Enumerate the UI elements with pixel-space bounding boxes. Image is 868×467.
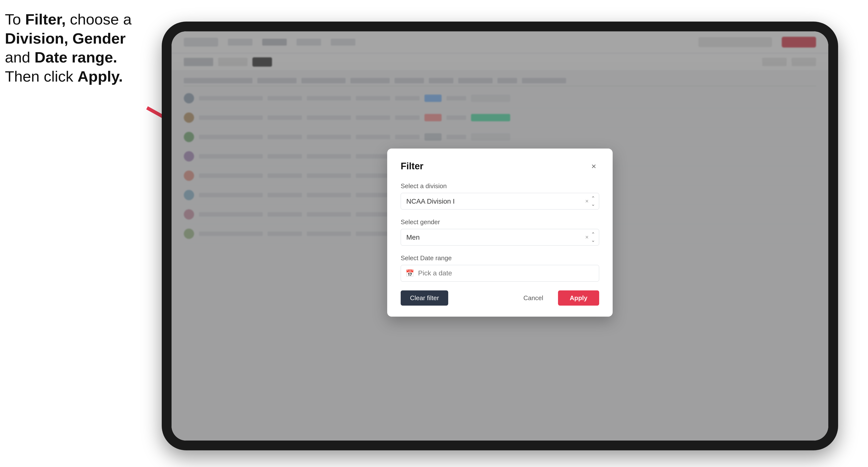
modal-header: Filter × bbox=[401, 161, 599, 172]
gender-select-wrapper: Men Women Co-ed × ⌃⌄ bbox=[401, 229, 599, 246]
division-select-controls: × ⌃⌄ bbox=[585, 195, 595, 207]
gender-arrow-icon: ⌃⌄ bbox=[591, 231, 595, 243]
division-select-wrapper: NCAA Division I NCAA Division II NCAA Di… bbox=[401, 193, 599, 210]
clear-filter-button[interactable]: Clear filter bbox=[401, 290, 448, 306]
modal-footer: Clear filter Cancel Apply bbox=[401, 290, 599, 306]
instruction-bold2: Division, Gender bbox=[5, 30, 126, 47]
division-select[interactable]: NCAA Division I NCAA Division II NCAA Di… bbox=[401, 193, 599, 210]
apply-button[interactable]: Apply bbox=[558, 290, 599, 306]
date-label: Select Date range bbox=[401, 254, 599, 262]
gender-select-controls: × ⌃⌄ bbox=[585, 231, 595, 243]
date-form-group: Select Date range 📅 bbox=[401, 254, 599, 282]
tablet-screen: Filter × Select a division NCAA Division… bbox=[172, 31, 828, 440]
instruction-line1: To Filter, choose a bbox=[5, 11, 132, 28]
instruction-line4: Then click Apply. bbox=[5, 68, 123, 85]
instruction-bold1: Filter, bbox=[25, 11, 66, 28]
tablet-frame: Filter × Select a division NCAA Division… bbox=[162, 22, 838, 450]
filter-modal: Filter × Select a division NCAA Division… bbox=[387, 149, 613, 317]
division-label: Select a division bbox=[401, 182, 599, 190]
division-form-group: Select a division NCAA Division I NCAA D… bbox=[401, 182, 599, 210]
gender-clear-button[interactable]: × bbox=[585, 234, 589, 240]
cancel-button[interactable]: Cancel bbox=[514, 290, 553, 306]
calendar-icon: 📅 bbox=[406, 269, 414, 277]
instruction-bold3: Date range. bbox=[35, 49, 117, 66]
instruction-bold4: Apply. bbox=[78, 68, 123, 85]
modal-close-button[interactable]: × bbox=[588, 161, 599, 172]
instruction-line3: and Date range. bbox=[5, 49, 117, 66]
division-arrow-icon: ⌃⌄ bbox=[591, 195, 595, 207]
date-input[interactable] bbox=[401, 265, 599, 282]
gender-select[interactable]: Men Women Co-ed bbox=[401, 229, 599, 246]
modal-footer-right: Cancel Apply bbox=[514, 290, 599, 306]
date-input-wrapper: 📅 bbox=[401, 265, 599, 282]
instruction-block: To Filter, choose a Division, Gender and… bbox=[5, 10, 147, 86]
gender-label: Select gender bbox=[401, 218, 599, 226]
division-clear-button[interactable]: × bbox=[585, 198, 589, 204]
gender-form-group: Select gender Men Women Co-ed × ⌃⌄ bbox=[401, 218, 599, 246]
modal-title: Filter bbox=[401, 161, 424, 172]
